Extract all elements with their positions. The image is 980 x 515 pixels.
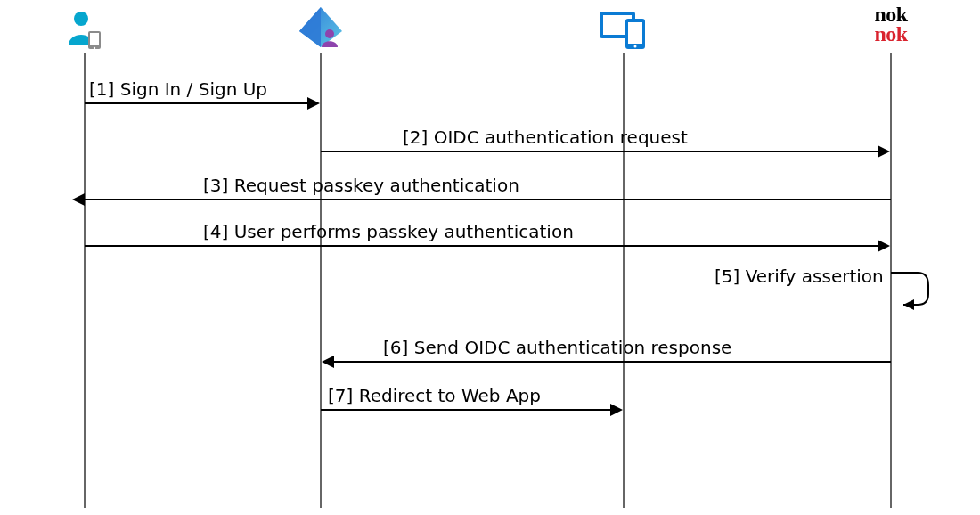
participant-noknok-logo: nok nok (851, 5, 931, 50)
svg-marker-12 (903, 299, 914, 310)
svg-point-6 (325, 29, 334, 38)
lifeline-user (84, 53, 86, 508)
lifeline-device (623, 53, 625, 508)
msg-3-label: [3] Request passkey authentication (203, 175, 519, 196)
msg-2-label: [2] OIDC authentication request (403, 127, 688, 148)
msg-5-label: [5] Verify assertion (715, 266, 884, 287)
msg-6-label: [6] Send OIDC authentication response (383, 337, 731, 358)
lifeline-idp (320, 53, 322, 508)
msg-5-self-arrow (891, 264, 935, 314)
participant-device-icon (584, 7, 664, 52)
svg-marker-5 (299, 7, 321, 47)
svg-point-3 (94, 47, 95, 49)
msg-1-label: [1] Sign In / Sign Up (89, 78, 267, 100)
svg-rect-2 (90, 33, 99, 45)
participant-idp-icon (281, 7, 361, 52)
svg-point-0 (74, 12, 88, 26)
noknok-logo-bottom-text: nok (851, 25, 931, 45)
participant-user-icon (45, 7, 125, 52)
svg-rect-10 (628, 22, 642, 44)
msg-7-label: [7] Redirect to Web App (328, 385, 541, 406)
svg-point-11 (634, 45, 637, 48)
msg-4-label: [4] User performs passkey authentication (203, 221, 574, 242)
sequence-diagram: nok nok [1] Sign In / Sign Up [2] OIDC a… (0, 0, 980, 515)
